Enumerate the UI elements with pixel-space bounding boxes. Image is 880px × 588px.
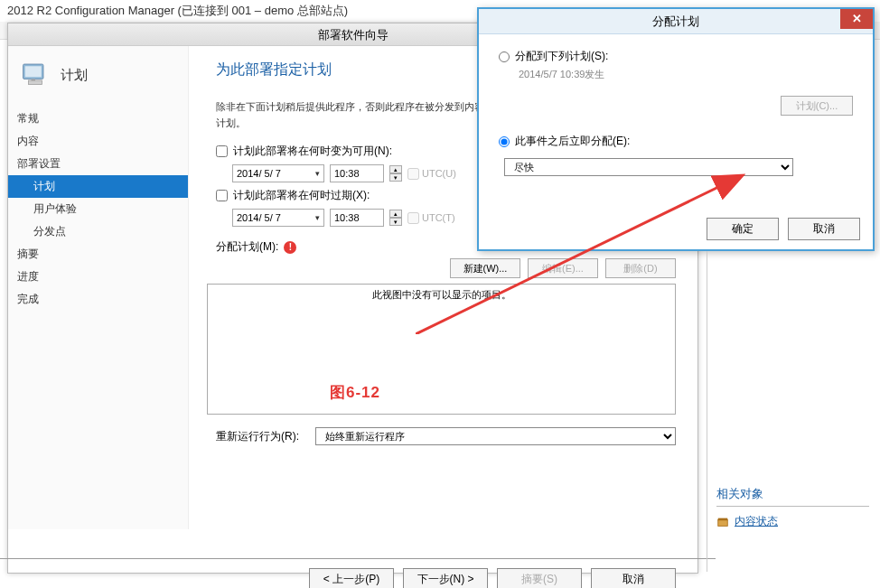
utc-t-label: UTC(T) bbox=[422, 212, 455, 223]
sidebar-heading: 计划 bbox=[61, 67, 88, 84]
wizard-sidebar: 计划 常规 内容 部署设置 计划 用户体验 分发点 摘要 进度 完成 bbox=[8, 46, 189, 529]
info-icon: ! bbox=[284, 241, 296, 254]
available-time-input[interactable]: 10:38 bbox=[330, 164, 384, 182]
svg-rect-7 bbox=[718, 518, 728, 520]
expire-date-input[interactable]: 2014/ 5/ 7▾ bbox=[232, 209, 324, 227]
available-label: 计划此部署将在何时变为可用(N): bbox=[233, 144, 392, 159]
nav-general[interactable]: 常规 bbox=[8, 107, 188, 130]
svg-rect-6 bbox=[718, 519, 728, 526]
nav-progress[interactable]: 进度 bbox=[8, 266, 188, 288]
nav-summary[interactable]: 摘要 bbox=[8, 243, 188, 266]
rerun-select[interactable]: 始终重新运行程序 bbox=[315, 427, 676, 445]
summary-button: 摘要(S) bbox=[497, 568, 582, 588]
nav-deploy-settings[interactable]: 部署设置 bbox=[8, 153, 188, 175]
expire-label: 计划此部署将在何时过期(X): bbox=[233, 188, 370, 203]
radio-schedule-label: 分配到下列计划(S): bbox=[515, 49, 608, 64]
time-spinner[interactable]: ▴▾ bbox=[389, 165, 402, 182]
svg-rect-1 bbox=[25, 66, 42, 77]
right-panel: 相关对象 内容状态 bbox=[707, 251, 878, 572]
computer-icon bbox=[19, 59, 51, 91]
content-hint: 除非在下面计划稍后提供此程序，否则此程序在被分发到内容分配计划。 bbox=[216, 99, 505, 131]
content-status-link[interactable]: 内容状态 bbox=[716, 514, 869, 529]
assign-schedule-label: 分配计划(M): bbox=[216, 239, 278, 255]
expire-time-input[interactable]: 10:38 bbox=[330, 209, 384, 227]
cancel-button[interactable]: 取消 bbox=[591, 568, 676, 588]
modal-cancel-button[interactable]: 取消 bbox=[788, 218, 860, 240]
right-panel-title: 相关对象 bbox=[716, 486, 869, 502]
available-checkbox[interactable] bbox=[216, 145, 228, 157]
close-icon[interactable]: ✕ bbox=[840, 9, 873, 29]
svg-rect-3 bbox=[32, 79, 36, 81]
utc-u-checkbox bbox=[407, 168, 419, 180]
available-date-input[interactable]: 2014/ 5/ 7▾ bbox=[232, 164, 324, 182]
expire-checkbox[interactable] bbox=[216, 190, 228, 201]
radio-schedule-value: 2014/5/7 10:39发生 bbox=[519, 68, 853, 81]
assign-schedule-modal: 分配计划 ✕ 分配到下列计划(S): 2014/5/7 10:39发生 计划(C… bbox=[477, 7, 875, 251]
rerun-label: 重新运行行为(R): bbox=[216, 429, 299, 444]
nav-content[interactable]: 内容 bbox=[8, 130, 188, 153]
utc-u-label: UTC(U) bbox=[422, 168, 456, 179]
ok-button[interactable]: 确定 bbox=[707, 218, 779, 240]
delete-button: 删除(D) bbox=[605, 258, 676, 278]
nav-schedule[interactable]: 计划 bbox=[8, 175, 188, 198]
nav-distribution-points[interactable]: 分发点 bbox=[8, 220, 188, 243]
chevron-down-icon: ▾ bbox=[315, 169, 320, 178]
nav-user-experience[interactable]: 用户体验 bbox=[8, 198, 188, 220]
radio-immediate-label: 此事件之后立即分配(E): bbox=[515, 134, 630, 149]
radio-schedule[interactable] bbox=[499, 51, 510, 62]
time-spinner-2[interactable]: ▴▾ bbox=[389, 210, 402, 226]
radio-immediate[interactable] bbox=[499, 136, 510, 147]
edit-button: 编辑(E)... bbox=[528, 258, 598, 278]
schedule-listbox[interactable]: 此视图中没有可以显示的项目。 bbox=[207, 284, 676, 415]
modal-title: 分配计划 ✕ bbox=[479, 9, 873, 34]
plan-button: 计划(C)... bbox=[781, 96, 853, 116]
chevron-down-icon: ▾ bbox=[315, 213, 320, 222]
wizard-footer: < 上一步(P) 下一步(N) > 摘要(S) 取消 bbox=[8, 559, 697, 588]
listbox-empty-text: 此视图中没有可以显示的项目。 bbox=[372, 289, 511, 300]
new-button[interactable]: 新建(W)... bbox=[450, 258, 520, 278]
prev-button[interactable]: < 上一步(P) bbox=[309, 568, 394, 588]
box-icon bbox=[716, 516, 729, 528]
utc-t-checkbox bbox=[407, 212, 419, 224]
immediate-event-select[interactable]: 尽快 bbox=[504, 158, 793, 176]
nav-complete[interactable]: 完成 bbox=[8, 288, 188, 311]
next-button[interactable]: 下一步(N) > bbox=[403, 568, 488, 588]
